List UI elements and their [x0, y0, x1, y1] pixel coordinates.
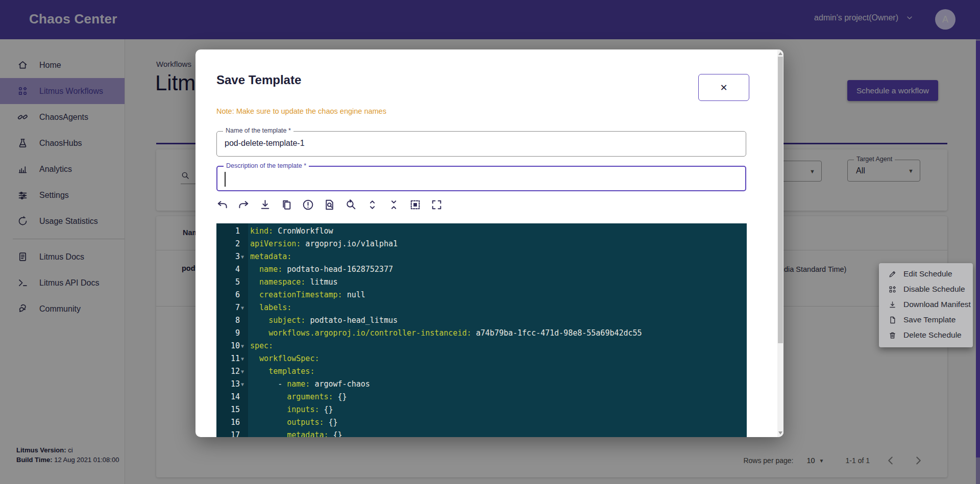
screen: Chaos Center admin's project(Owner) A Ho… [0, 0, 980, 484]
menu-item-edit-schedule[interactable]: Edit Schedule [879, 266, 973, 282]
editor-line: 5 namespace: litmus [216, 276, 747, 289]
editor-line: 16 outputs: {} [216, 416, 747, 429]
error-icon [302, 198, 314, 211]
line-number: 17 [216, 429, 240, 437]
select-all-button[interactable] [407, 196, 424, 213]
line-number: 3 [216, 250, 240, 263]
undo-button[interactable] [214, 196, 231, 213]
editor-line: 2apiVersion: argoproj.io/v1alpha1 [216, 238, 747, 250]
editor-line: 4 name: podtato-head-1628752377 [216, 263, 747, 276]
line-number: 8 [216, 314, 240, 327]
find-replace-button[interactable] [342, 196, 359, 213]
fold-arrow-icon[interactable]: ▼ [241, 301, 247, 314]
editor-line: 17 metadata: {} [216, 429, 747, 437]
editor-line: 1kind: CronWorkflow [216, 225, 747, 238]
redo-button[interactable] [235, 196, 252, 213]
template-name-label: Name of the template * [223, 127, 293, 134]
page-scrollbar[interactable] [976, 39, 980, 484]
download-button[interactable] [257, 196, 274, 213]
editor-line: 6 creationTimestamp: null [216, 289, 747, 301]
close-icon: ✕ [720, 83, 727, 93]
editor-line: 12▼ templates: [216, 365, 747, 378]
line-number: 13 [216, 378, 240, 391]
fullscreen-button[interactable] [428, 196, 445, 213]
error-button[interactable] [300, 196, 316, 213]
fold-arrow-icon[interactable]: ▼ [241, 365, 247, 378]
pencil-icon [888, 270, 897, 278]
unfold-icon [366, 198, 379, 211]
line-number: 10 [216, 340, 240, 352]
line-number: 7 [216, 301, 240, 314]
scroll-down-icon[interactable] [778, 431, 782, 435]
fold-icon [387, 198, 400, 211]
find-in-page-icon [323, 198, 336, 211]
download-icon [888, 300, 897, 309]
schedule-context-menu: Edit ScheduleDisable ScheduleDownload Ma… [879, 263, 973, 347]
line-number: 1 [216, 225, 240, 238]
editor-line: 14 arguments: {} [216, 391, 747, 403]
line-number: 5 [216, 276, 240, 289]
redo-icon [237, 198, 250, 211]
fold-button[interactable] [385, 196, 402, 213]
menu-item-delete-schedule[interactable]: Delete Schedule [879, 327, 973, 343]
modal-scrollbar[interactable] [777, 49, 783, 437]
line-number: 11 [216, 352, 240, 365]
unfold-button[interactable] [364, 196, 381, 213]
file-icon [888, 316, 897, 324]
line-number: 4 [216, 263, 240, 276]
menu-item-label: Download Manifest [903, 300, 971, 309]
undo-icon [216, 198, 229, 211]
fold-arrow-icon[interactable]: ▼ [241, 352, 247, 365]
find-replace-icon [345, 198, 357, 211]
fold-arrow-icon[interactable]: ▼ [241, 250, 247, 263]
modal-scrollbar-thumb[interactable] [778, 57, 783, 343]
template-description-label: Description of the template * [224, 162, 309, 169]
editor-lines: 1kind: CronWorkflow2apiVersion: argoproj… [216, 225, 747, 437]
line-number: 14 [216, 391, 240, 403]
template-name-value: pod-delete-template-1 [225, 139, 305, 148]
menu-item-save-template[interactable]: Save Template [879, 312, 973, 327]
menu-item-label: Save Template [903, 315, 955, 324]
text-cursor [225, 172, 226, 187]
line-number: 15 [216, 403, 240, 416]
line-number: 16 [216, 416, 240, 429]
menu-item-label: Edit Schedule [903, 269, 952, 278]
yaml-editor-toolbar [214, 196, 445, 213]
download-icon [259, 198, 272, 211]
scroll-up-icon[interactable] [778, 52, 782, 55]
editor-line: 13▼ - name: argowf-chaos [216, 378, 747, 391]
copy-icon [280, 198, 293, 211]
find-in-page-button[interactable] [321, 196, 338, 213]
template-name-field[interactable]: Name of the template * pod-delete-templa… [216, 131, 746, 157]
editor-line: 8 subject: podtato-head_litmus [216, 314, 747, 327]
line-number: 2 [216, 238, 240, 250]
line-number: 12 [216, 365, 240, 378]
menu-item-download-manifest[interactable]: Download Manifest [879, 297, 973, 312]
modal-note: Note: Make sure to update the chaos engi… [216, 107, 386, 115]
editor-line: 3▼metadata: [216, 250, 747, 263]
yaml-editor[interactable]: 1kind: CronWorkflow2apiVersion: argoproj… [216, 223, 747, 437]
fullscreen-icon [430, 198, 443, 211]
copy-button[interactable] [278, 196, 295, 213]
menu-item-label: Disable Schedule [903, 285, 965, 294]
editor-line: 10▼spec: [216, 340, 747, 352]
editor-line: 7▼ labels: [216, 301, 747, 314]
save-template-modal: Save Template ✕ Note: Make sure to updat… [195, 49, 783, 437]
modal-title: Save Template [216, 73, 301, 87]
fold-arrow-icon[interactable]: ▼ [241, 378, 247, 391]
select-all-icon [409, 198, 422, 211]
fold-arrow-icon[interactable]: ▼ [241, 340, 247, 352]
grid-icon [888, 285, 897, 294]
menu-item-disable-schedule[interactable]: Disable Schedule [879, 282, 973, 297]
close-button[interactable]: ✕ [698, 74, 749, 101]
editor-line: 15 inputs: {} [216, 403, 747, 416]
template-description-field[interactable]: Description of the template * [216, 166, 746, 191]
menu-item-label: Delete Schedule [903, 330, 962, 340]
page-scrollbar-thumb[interactable] [976, 41, 980, 457]
trash-icon [888, 331, 897, 340]
editor-line: 9 workflows.argoproj.io/controller-insta… [216, 327, 747, 340]
editor-line: 11▼ workflowSpec: [216, 352, 747, 365]
line-number: 9 [216, 327, 240, 340]
line-number: 6 [216, 289, 240, 301]
